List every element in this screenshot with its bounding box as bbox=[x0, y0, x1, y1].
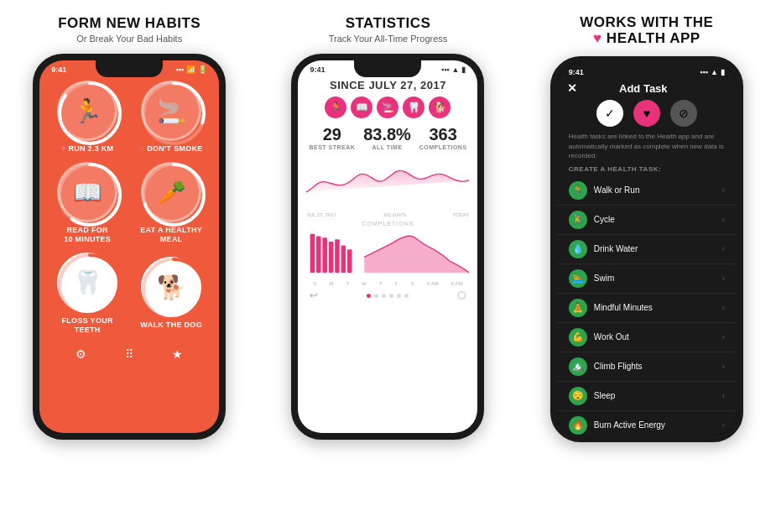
health-item-swim[interactable]: 🏊 Swim › bbox=[557, 264, 737, 294]
signal-icon-2: ▪▪▪ bbox=[441, 65, 450, 74]
dot-6 bbox=[404, 294, 409, 298]
water-chevron: › bbox=[721, 244, 724, 253]
dot-3 bbox=[382, 294, 386, 298]
water-label: Drink Water bbox=[594, 244, 638, 253]
battery-icon-2: ▮ bbox=[461, 65, 466, 74]
cycle-chevron: › bbox=[721, 215, 724, 224]
health-item-cycle[interactable]: 🚴 Cycle › bbox=[557, 206, 737, 235]
health-item-walk[interactable]: 🏃 Walk or Run › bbox=[557, 176, 737, 206]
energy-chevron: › bbox=[721, 420, 724, 430]
svg-rect-17 bbox=[341, 246, 346, 273]
health-item-sleep[interactable]: 😴 Sleep › bbox=[557, 382, 737, 411]
habits-grid: 🏃 ♥ RUN 2.3 KM 🚬 ○ DON'T SMOKE bbox=[39, 76, 219, 341]
habit-label-eat: EAT A HEALTHYMEAL bbox=[140, 226, 202, 244]
star-icon[interactable]: ★ bbox=[172, 347, 183, 361]
climb-icon: 🏔️ bbox=[569, 357, 587, 376]
create-health-label: CREATE A HEALTH TASK: bbox=[557, 165, 737, 176]
floss-icon: 🦷 bbox=[73, 269, 102, 296]
run-icon: 🏃 bbox=[73, 97, 102, 125]
climb-label: Climb Flights bbox=[594, 362, 643, 371]
battery-icon: 🔋 bbox=[198, 65, 207, 74]
panel-habits: FORM NEW HABITS Or Break Your Bad Habits… bbox=[0, 0, 258, 532]
phone3-screen: 9:41 ▪▪▪ ▲ ▮ ✕ Add Task ✓ ♥ ⊘ Health tas… bbox=[557, 63, 737, 436]
battery-icon-3: ▮ bbox=[721, 68, 725, 76]
phone-notch-1 bbox=[96, 60, 163, 77]
habit-eat: 🥕 EAT A HEALTHYMEAL bbox=[133, 162, 209, 244]
stats-numbers: 29 BEST STREAK 83.8% ALL TIME 363 COMPLE… bbox=[298, 125, 477, 150]
grid-icon[interactable]: ⠿ bbox=[125, 347, 133, 361]
stats-icons-row: 🏃 📖 🚬 🦷 🐕 bbox=[298, 96, 477, 118]
day-f: F bbox=[395, 281, 398, 286]
settings-icon[interactable]: ⚙ bbox=[76, 347, 86, 361]
workout-icon: 💪 bbox=[569, 328, 587, 347]
phone-frame-1: 9:41 ▪▪▪ 📶 🔋 🏃 ♥ RUN 2.3 KM bbox=[33, 54, 226, 440]
habit-smoke: 🚬 ○ DON'T SMOKE bbox=[133, 81, 209, 154]
smoke-icon: 🚬 bbox=[157, 97, 186, 125]
svg-rect-14 bbox=[323, 238, 328, 274]
chart-dates: JUL 27, 2017 101 DAYS TODAY bbox=[298, 212, 477, 217]
stats-date: SINCE JULY 27, 2017 bbox=[298, 79, 477, 91]
task-type-heart[interactable]: ♥ bbox=[633, 100, 660, 127]
energy-label: Burn Active Energy bbox=[594, 420, 665, 430]
page-dots bbox=[318, 294, 457, 298]
wifi-icon-3: ▲ bbox=[711, 68, 718, 76]
walk-label: Walk or Run bbox=[594, 185, 640, 195]
habit-circle-eat: 🥕 bbox=[141, 162, 201, 222]
sleep-label: Sleep bbox=[594, 391, 616, 400]
heart-icon-title: ♥ bbox=[593, 30, 602, 46]
water-icon: 💧 bbox=[569, 240, 587, 258]
share-icon[interactable]: ⬡ bbox=[457, 289, 466, 301]
stat-completions-label: COMPLETIONS bbox=[419, 144, 467, 150]
title-line2-text: HEALTH APP bbox=[607, 30, 700, 46]
walk-icon: 🏃 bbox=[569, 181, 587, 200]
status-time-2: 9:41 bbox=[310, 65, 325, 74]
task-type-row: ✓ ♥ ⊘ bbox=[557, 96, 737, 132]
phone-notch-3 bbox=[613, 63, 680, 80]
phone-notch-2 bbox=[354, 60, 421, 77]
walk-chevron: › bbox=[721, 185, 724, 195]
panel-health: WORKS WITH THE ♥ HEALTH APP 9:41 ▪▪▪ ▲ ▮… bbox=[518, 0, 776, 532]
dot-1 bbox=[367, 294, 371, 298]
phone1-toolbar: ⚙ ⠿ ★ bbox=[39, 342, 219, 366]
phone2-bottom: ↩ ⬡ bbox=[298, 286, 477, 305]
status-icons-2: ▪▪▪ ▲ ▮ bbox=[441, 65, 466, 74]
status-icons-3: ▪▪▪ ▲ ▮ bbox=[700, 68, 725, 76]
health-item-mindful[interactable]: 🧘 Mindful Minutes › bbox=[557, 294, 737, 323]
workout-label: Work Out bbox=[594, 332, 629, 342]
wifi-icon: 📶 bbox=[186, 65, 195, 74]
stat-streak: 29 BEST STREAK bbox=[309, 125, 355, 150]
line-chart-svg bbox=[306, 155, 469, 206]
health-item-workout[interactable]: 💪 Work Out › bbox=[557, 323, 737, 352]
svg-rect-13 bbox=[316, 237, 321, 273]
habit-label-floss: FLOSS YOUR TEETH bbox=[49, 316, 125, 335]
close-button[interactable]: ✕ bbox=[567, 81, 577, 95]
phone-frame-2: 9:41 ▪▪▪ ▲ ▮ SINCE JULY 27, 2017 🏃 📖 🚬 🦷… bbox=[291, 54, 484, 440]
status-time-1: 9:41 bbox=[51, 65, 66, 74]
phone-frame-3: 9:41 ▪▪▪ ▲ ▮ ✕ Add Task ✓ ♥ ⊘ Health tas… bbox=[550, 56, 743, 442]
mindful-label: Mindful Minutes bbox=[594, 303, 653, 312]
habit-circle-smoke: 🚬 bbox=[141, 81, 201, 141]
dot-5 bbox=[397, 294, 401, 298]
status-icons-1: ▪▪▪ 📶 🔋 bbox=[176, 65, 208, 74]
task-type-block[interactable]: ⊘ bbox=[670, 100, 697, 127]
task-type-check[interactable]: ✓ bbox=[596, 100, 623, 127]
add-task-title: Add Task bbox=[577, 82, 710, 95]
add-task-header: ✕ Add Task bbox=[557, 78, 737, 96]
habit-label-read: READ FOR10 MINUTES bbox=[64, 226, 111, 244]
line-chart-area bbox=[298, 155, 477, 209]
svg-rect-12 bbox=[310, 234, 315, 273]
phone1-screen: 9:41 ▪▪▪ 📶 🔋 🏃 ♥ RUN 2.3 KM bbox=[39, 60, 219, 433]
day-t2: T bbox=[379, 281, 383, 286]
habit-floss: 🦷 FLOSS YOUR TEETH bbox=[49, 253, 125, 335]
dot-2 bbox=[374, 294, 378, 298]
habit-circle-dog: 🐕 bbox=[141, 257, 201, 317]
back-arrow[interactable]: ↩ bbox=[310, 289, 318, 301]
health-item-water[interactable]: 💧 Drink Water › bbox=[557, 235, 737, 264]
read-icon: 📖 bbox=[73, 179, 102, 206]
health-item-climb[interactable]: 🏔️ Climb Flights › bbox=[557, 352, 737, 382]
cycle-label: Cycle bbox=[594, 215, 615, 224]
svg-rect-15 bbox=[329, 242, 334, 273]
signal-icon-3: ▪▪▪ bbox=[700, 68, 708, 76]
workout-chevron: › bbox=[721, 332, 724, 342]
health-item-energy[interactable]: 🔥 Burn Active Energy › bbox=[557, 411, 737, 436]
